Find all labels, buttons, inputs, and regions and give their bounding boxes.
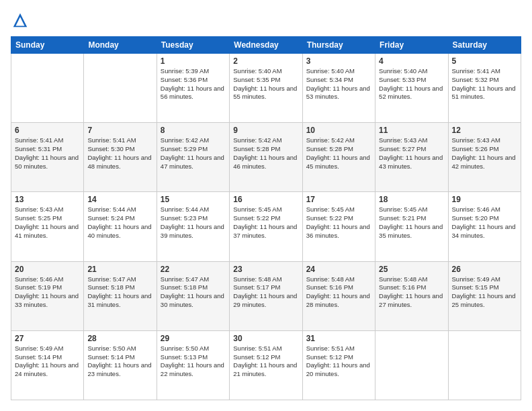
calendar-cell: 3Sunrise: 5:40 AM Sunset: 5:34 PM Daylig… xyxy=(302,54,375,123)
page: SundayMondayTuesdayWednesdayThursdayFrid… xyxy=(0,0,532,411)
day-number: 26 xyxy=(452,265,517,274)
calendar-cell: 21Sunrise: 5:47 AM Sunset: 5:18 PM Dayli… xyxy=(84,261,157,330)
calendar-cell: 13Sunrise: 5:43 AM Sunset: 5:25 PM Dayli… xyxy=(11,192,84,261)
calendar-cell: 10Sunrise: 5:42 AM Sunset: 5:28 PM Dayli… xyxy=(302,123,375,192)
day-info: Sunrise: 5:43 AM Sunset: 5:26 PM Dayligh… xyxy=(452,136,517,171)
calendar-cell xyxy=(375,330,448,400)
day-info: Sunrise: 5:47 AM Sunset: 5:18 PM Dayligh… xyxy=(87,275,152,310)
logo xyxy=(11,11,31,30)
day-info: Sunrise: 5:41 AM Sunset: 5:31 PM Dayligh… xyxy=(15,136,80,171)
calendar-cell: 7Sunrise: 5:41 AM Sunset: 5:30 PM Daylig… xyxy=(84,123,157,192)
day-number: 27 xyxy=(15,334,80,343)
day-info: Sunrise: 5:49 AM Sunset: 5:15 PM Dayligh… xyxy=(452,275,517,310)
calendar-cell: 25Sunrise: 5:48 AM Sunset: 5:16 PM Dayli… xyxy=(375,261,448,330)
day-number: 14 xyxy=(87,195,152,204)
day-info: Sunrise: 5:42 AM Sunset: 5:29 PM Dayligh… xyxy=(161,136,226,171)
day-number: 2 xyxy=(233,56,298,66)
day-number: 28 xyxy=(87,334,152,343)
calendar-cell xyxy=(448,330,521,400)
calendar-cell: 17Sunrise: 5:45 AM Sunset: 5:22 PM Dayli… xyxy=(302,192,375,261)
day-info: Sunrise: 5:44 AM Sunset: 5:24 PM Dayligh… xyxy=(87,205,152,240)
day-info: Sunrise: 5:48 AM Sunset: 5:17 PM Dayligh… xyxy=(233,275,298,310)
calendar-cell: 11Sunrise: 5:43 AM Sunset: 5:27 PM Dayli… xyxy=(375,123,448,192)
day-number: 17 xyxy=(306,195,371,204)
day-number: 9 xyxy=(233,126,298,135)
calendar-cell: 18Sunrise: 5:45 AM Sunset: 5:21 PM Dayli… xyxy=(375,192,448,261)
day-info: Sunrise: 5:40 AM Sunset: 5:34 PM Dayligh… xyxy=(306,67,371,101)
calendar-weekday-friday: Friday xyxy=(375,37,448,54)
calendar-cell: 12Sunrise: 5:43 AM Sunset: 5:26 PM Dayli… xyxy=(448,123,521,192)
day-info: Sunrise: 5:48 AM Sunset: 5:16 PM Dayligh… xyxy=(379,275,444,310)
day-number: 29 xyxy=(161,334,226,343)
day-number: 20 xyxy=(15,265,80,274)
day-number: 15 xyxy=(161,195,226,204)
day-number: 21 xyxy=(87,265,152,274)
calendar-week-row: 20Sunrise: 5:46 AM Sunset: 5:19 PM Dayli… xyxy=(11,261,521,330)
day-number: 18 xyxy=(379,195,444,204)
day-number: 16 xyxy=(233,195,298,204)
calendar-cell: 8Sunrise: 5:42 AM Sunset: 5:29 PM Daylig… xyxy=(157,123,229,192)
day-number: 1 xyxy=(161,56,226,66)
day-info: Sunrise: 5:41 AM Sunset: 5:32 PM Dayligh… xyxy=(452,67,517,101)
day-number: 8 xyxy=(161,126,226,135)
calendar-cell: 4Sunrise: 5:40 AM Sunset: 5:33 PM Daylig… xyxy=(375,54,448,123)
calendar-week-row: 27Sunrise: 5:49 AM Sunset: 5:14 PM Dayli… xyxy=(11,330,521,400)
day-number: 11 xyxy=(379,126,444,135)
calendar-weekday-tuesday: Tuesday xyxy=(157,37,229,54)
calendar-cell: 5Sunrise: 5:41 AM Sunset: 5:32 PM Daylig… xyxy=(448,54,521,123)
header xyxy=(11,11,521,30)
calendar-cell xyxy=(84,54,157,123)
day-number: 5 xyxy=(452,56,517,66)
day-info: Sunrise: 5:44 AM Sunset: 5:23 PM Dayligh… xyxy=(161,205,226,240)
calendar-week-row: 6Sunrise: 5:41 AM Sunset: 5:31 PM Daylig… xyxy=(11,123,521,192)
day-number: 6 xyxy=(15,126,80,135)
day-info: Sunrise: 5:45 AM Sunset: 5:22 PM Dayligh… xyxy=(233,205,298,240)
calendar-cell: 30Sunrise: 5:51 AM Sunset: 5:12 PM Dayli… xyxy=(230,330,302,400)
day-info: Sunrise: 5:39 AM Sunset: 5:36 PM Dayligh… xyxy=(161,67,226,101)
calendar-cell: 22Sunrise: 5:47 AM Sunset: 5:18 PM Dayli… xyxy=(157,261,229,330)
day-info: Sunrise: 5:43 AM Sunset: 5:27 PM Dayligh… xyxy=(379,136,444,171)
day-number: 30 xyxy=(233,334,298,343)
calendar-cell: 28Sunrise: 5:50 AM Sunset: 5:14 PM Dayli… xyxy=(84,330,157,400)
calendar-cell: 19Sunrise: 5:46 AM Sunset: 5:20 PM Dayli… xyxy=(448,192,521,261)
calendar-weekday-thursday: Thursday xyxy=(302,37,375,54)
day-number: 22 xyxy=(161,265,226,274)
calendar-week-row: 13Sunrise: 5:43 AM Sunset: 5:25 PM Dayli… xyxy=(11,192,521,261)
calendar-table: SundayMondayTuesdayWednesdayThursdayFrid… xyxy=(11,36,521,400)
day-number: 3 xyxy=(306,56,371,66)
day-info: Sunrise: 5:45 AM Sunset: 5:21 PM Dayligh… xyxy=(379,205,444,240)
day-number: 24 xyxy=(306,265,371,274)
day-info: Sunrise: 5:47 AM Sunset: 5:18 PM Dayligh… xyxy=(161,275,226,310)
day-info: Sunrise: 5:49 AM Sunset: 5:14 PM Dayligh… xyxy=(15,345,80,379)
day-info: Sunrise: 5:45 AM Sunset: 5:22 PM Dayligh… xyxy=(306,205,371,240)
calendar-cell: 15Sunrise: 5:44 AM Sunset: 5:23 PM Dayli… xyxy=(157,192,229,261)
day-number: 7 xyxy=(87,126,152,135)
calendar-cell: 23Sunrise: 5:48 AM Sunset: 5:17 PM Dayli… xyxy=(230,261,302,330)
calendar-cell: 31Sunrise: 5:51 AM Sunset: 5:12 PM Dayli… xyxy=(302,330,375,400)
logo-icon xyxy=(11,11,30,30)
calendar-weekday-wednesday: Wednesday xyxy=(230,37,302,54)
calendar-header-row: SundayMondayTuesdayWednesdayThursdayFrid… xyxy=(11,37,521,54)
day-number: 31 xyxy=(306,334,371,343)
calendar-cell: 20Sunrise: 5:46 AM Sunset: 5:19 PM Dayli… xyxy=(11,261,84,330)
day-info: Sunrise: 5:51 AM Sunset: 5:12 PM Dayligh… xyxy=(306,345,371,379)
calendar-cell: 9Sunrise: 5:42 AM Sunset: 5:28 PM Daylig… xyxy=(230,123,302,192)
calendar-cell: 14Sunrise: 5:44 AM Sunset: 5:24 PM Dayli… xyxy=(84,192,157,261)
calendar-cell: 1Sunrise: 5:39 AM Sunset: 5:36 PM Daylig… xyxy=(157,54,229,123)
day-info: Sunrise: 5:40 AM Sunset: 5:33 PM Dayligh… xyxy=(379,67,444,101)
calendar-cell: 16Sunrise: 5:45 AM Sunset: 5:22 PM Dayli… xyxy=(230,192,302,261)
calendar-cell: 2Sunrise: 5:40 AM Sunset: 5:35 PM Daylig… xyxy=(230,54,302,123)
day-info: Sunrise: 5:51 AM Sunset: 5:12 PM Dayligh… xyxy=(233,345,298,379)
day-number: 19 xyxy=(452,195,517,204)
day-info: Sunrise: 5:41 AM Sunset: 5:30 PM Dayligh… xyxy=(87,136,152,171)
calendar-weekday-sunday: Sunday xyxy=(11,37,84,54)
day-info: Sunrise: 5:42 AM Sunset: 5:28 PM Dayligh… xyxy=(306,136,371,171)
day-info: Sunrise: 5:46 AM Sunset: 5:20 PM Dayligh… xyxy=(452,205,517,240)
calendar-weekday-monday: Monday xyxy=(84,37,157,54)
calendar-cell: 6Sunrise: 5:41 AM Sunset: 5:31 PM Daylig… xyxy=(11,123,84,192)
day-info: Sunrise: 5:43 AM Sunset: 5:25 PM Dayligh… xyxy=(15,205,80,240)
calendar-weekday-saturday: Saturday xyxy=(448,37,521,54)
day-number: 4 xyxy=(379,56,444,66)
calendar-cell: 29Sunrise: 5:50 AM Sunset: 5:13 PM Dayli… xyxy=(157,330,229,400)
day-number: 25 xyxy=(379,265,444,274)
